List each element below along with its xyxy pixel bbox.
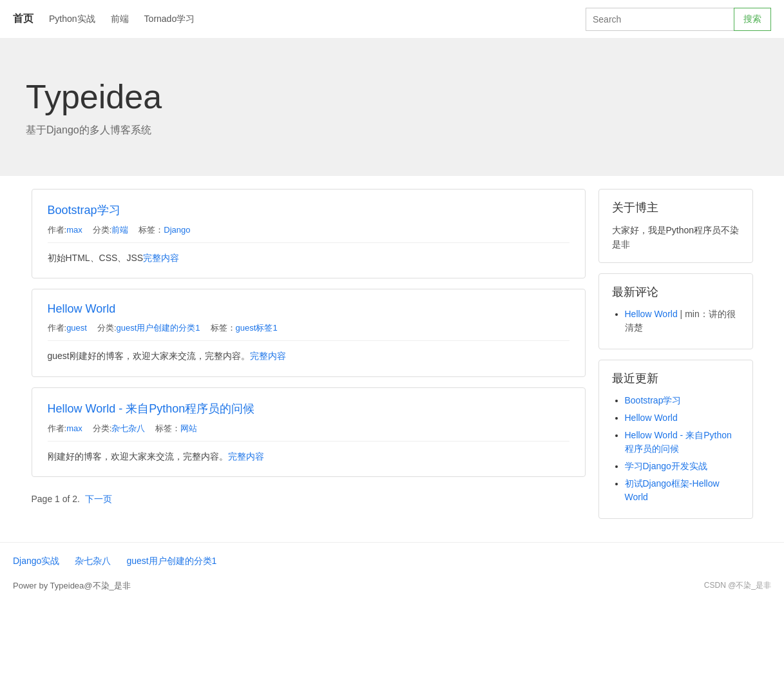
article-card: Hellow World - 来自Python程序员的问候 作者:max 分类:…: [32, 387, 586, 477]
article-excerpt: guest刚建好的博客，欢迎大家来交流，完整内容。完整内容: [48, 349, 569, 363]
recent-item: Hellow World - 来自Python程序员的问候: [625, 429, 740, 456]
nav-home-link[interactable]: 首页: [13, 12, 33, 26]
hero-subtitle: 基于Django的多人博客系统: [26, 124, 758, 137]
footer-copy: Power by Typeidea@不染_是非 CSDN @不染_是非: [0, 580, 784, 598]
category-link[interactable]: 前端: [111, 225, 128, 235]
read-more-link[interactable]: 完整内容: [250, 351, 286, 361]
footer-links: Django实战 杂七杂八 guest用户创建的分类1: [0, 542, 784, 580]
recent-item: Hellow World: [625, 411, 740, 425]
about-widget-text: 大家好，我是Python程序员不染是非: [612, 223, 740, 252]
author-link[interactable]: guest: [66, 323, 87, 333]
about-widget: 关于博主 大家好，我是Python程序员不染是非: [598, 189, 753, 263]
article-title[interactable]: Hellow World: [48, 302, 569, 316]
footer-copyright: Power by Typeidea@不染_是非: [13, 580, 131, 592]
author-link[interactable]: max: [66, 225, 82, 235]
article-excerpt: 刚建好的博客，欢迎大家来交流，完整内容。完整内容: [48, 449, 569, 463]
category-label: 分类:guest用户创建的分类1: [97, 322, 200, 334]
page-info: Page 1 of 2.: [32, 494, 81, 504]
recent-widget-title: 最近更新: [612, 371, 740, 386]
category-label: 分类:前端: [93, 224, 129, 236]
recent-widget: 最近更新 Bootstrap学习 Hellow World Hellow Wor…: [598, 360, 753, 519]
comment-item: Hellow World | min：讲的很清楚: [625, 307, 740, 335]
article-excerpt: 初始HTML、CSS、JSS完整内容: [48, 251, 569, 265]
tag-link[interactable]: Django: [164, 225, 190, 235]
article-meta: 作者:max 分类:杂七杂八 标签：网站: [48, 423, 569, 442]
comments-widget: 最新评论 Hellow World | min：讲的很清楚: [598, 273, 753, 349]
comment-post-link[interactable]: Hellow World: [625, 309, 678, 319]
author-label: 作者:max: [48, 423, 82, 434]
articles-column: Bootstrap学习 作者:max 分类:前端 标签：Django 初始HTM…: [32, 189, 586, 529]
tag-label: 标签：网站: [155, 423, 197, 434]
footer-link-misc[interactable]: 杂七杂八: [75, 556, 111, 567]
tag-link[interactable]: 网站: [180, 423, 197, 433]
recent-link[interactable]: Hellow World - 来自Python程序员的问候: [625, 430, 732, 454]
next-page-link[interactable]: 下一页: [85, 494, 112, 504]
search-button[interactable]: 搜索: [734, 8, 771, 31]
nav-link-frontend[interactable]: 前端: [111, 14, 129, 25]
nav-link-python[interactable]: Python实战: [49, 14, 95, 25]
nav-link-tornado[interactable]: Tornado学习: [144, 14, 195, 25]
read-more-link[interactable]: 完整内容: [143, 253, 179, 263]
article-meta: 作者:guest 分类:guest用户创建的分类1 标签：guest标签1: [48, 322, 569, 341]
sidebar: 关于博主 大家好，我是Python程序员不染是非 最新评论 Hellow Wor…: [598, 189, 753, 529]
recent-list: Bootstrap学习 Hellow World Hellow World - …: [612, 394, 740, 504]
read-more-link[interactable]: 完整内容: [228, 451, 264, 462]
recent-item: 学习Django开发实战: [625, 460, 740, 473]
category-label: 分类:杂七杂八: [93, 423, 146, 434]
nav-left: 首页 Python实战 前端 Tornado学习: [13, 12, 195, 26]
author-link[interactable]: max: [66, 423, 82, 433]
about-widget-title: 关于博主: [612, 200, 740, 215]
article-meta: 作者:max 分类:前端 标签：Django: [48, 224, 569, 243]
author-label: 作者:guest: [48, 322, 87, 334]
hero-section: Typeidea 基于Django的多人博客系统: [0, 39, 784, 176]
pagination: Page 1 of 2. 下一页: [32, 487, 586, 512]
category-link[interactable]: 杂七杂八: [111, 423, 145, 433]
article-card: Bootstrap学习 作者:max 分类:前端 标签：Django 初始HTM…: [32, 189, 586, 278]
footer-link-django[interactable]: Django实战: [13, 556, 59, 567]
category-link[interactable]: guest用户创建的分类1: [117, 323, 200, 333]
article-card: Hellow World 作者:guest 分类:guest用户创建的分类1 标…: [32, 289, 586, 376]
hero-title: Typeidea: [26, 77, 758, 116]
navbar: 首页 Python实战 前端 Tornado学习 搜索: [0, 0, 784, 39]
recent-item: 初试Django框架-Hellow World: [625, 477, 740, 504]
footer-link-guest[interactable]: guest用户创建的分类1: [126, 556, 216, 567]
article-title[interactable]: Bootstrap学习: [48, 202, 569, 218]
recent-link[interactable]: Hellow World: [625, 413, 678, 423]
nav-right: 搜索: [586, 8, 771, 31]
tag-link[interactable]: guest标签1: [236, 323, 278, 333]
tag-label: 标签：guest标签1: [211, 322, 278, 334]
recent-link[interactable]: Bootstrap学习: [625, 395, 682, 405]
author-label: 作者:max: [48, 224, 82, 236]
recent-item: Bootstrap学习: [625, 394, 740, 407]
search-input[interactable]: [586, 8, 734, 31]
recent-link[interactable]: 学习Django开发实战: [625, 461, 707, 471]
tag-label: 标签：Django: [139, 224, 190, 236]
article-title[interactable]: Hellow World - 来自Python程序员的问候: [48, 401, 569, 416]
comments-widget-title: 最新评论: [612, 284, 740, 300]
footer-brand: CSDN @不染_是非: [704, 580, 771, 591]
main-layout: Bootstrap学习 作者:max 分类:前端 标签：Django 初始HTM…: [19, 189, 766, 529]
recent-link[interactable]: 初试Django框架-Hellow World: [625, 478, 720, 502]
comments-list: Hellow World | min：讲的很清楚: [612, 307, 740, 335]
